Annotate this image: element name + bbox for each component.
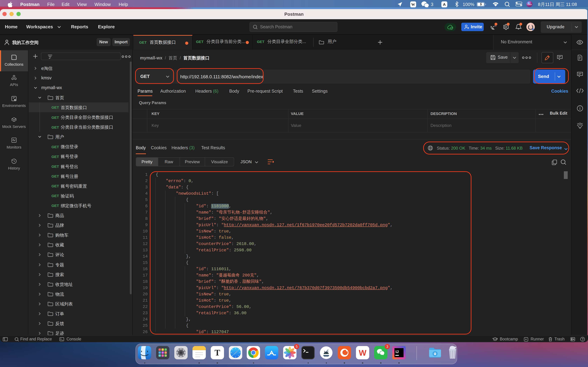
svg-text:W: W	[411, 2, 415, 7]
svg-text:W: W	[359, 348, 366, 357]
svg-text:A: A	[443, 2, 446, 7]
svg-text:IJ: IJ	[395, 350, 398, 354]
svg-text:T: T	[214, 348, 220, 357]
